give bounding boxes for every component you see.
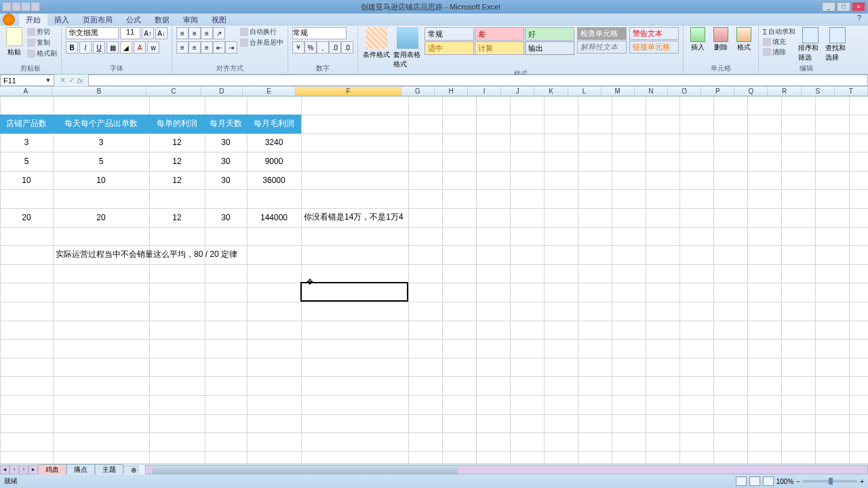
autosum-button[interactable]: Σ自动求和	[763, 27, 795, 37]
tab-insert[interactable]: 插入	[47, 14, 76, 26]
border-button[interactable]: ▦	[106, 41, 119, 54]
bold-button[interactable]: B	[66, 41, 78, 54]
col-header-R[interactable]: R	[768, 87, 801, 96]
tab-home[interactable]: 开始	[19, 14, 47, 26]
col-header-P[interactable]: P	[701, 87, 734, 96]
indent-dec-button[interactable]: ⇤	[213, 41, 225, 54]
page-layout-view-button[interactable]	[749, 476, 760, 486]
formula-input[interactable]	[88, 75, 868, 86]
number-format-select[interactable]: 常规	[292, 27, 347, 39]
comma-button[interactable]: ,	[317, 41, 329, 54]
cell[interactable]: 每单的利润	[149, 115, 205, 134]
zoom-slider[interactable]	[803, 480, 857, 483]
col-header-O[interactable]: O	[668, 87, 701, 96]
cell[interactable]: 每天每个产品出单数	[53, 115, 149, 134]
col-header-J[interactable]: J	[501, 87, 534, 96]
cut-button[interactable]: 剪切	[27, 27, 57, 37]
align-right-button[interactable]: ≡	[201, 41, 213, 54]
help-button[interactable]: ?	[850, 14, 868, 26]
new-sheet-button[interactable]: ⊕	[123, 466, 138, 474]
sheet-nav-next[interactable]: ›	[19, 465, 28, 474]
clear-button[interactable]: 清除	[763, 47, 795, 57]
cell[interactable]: 12	[149, 134, 205, 152]
spreadsheet-grid[interactable]: 店铺产品数每天每个产品出单数每单的利润每月天数每月毛利润331230324055…	[0, 96, 868, 473]
style-good[interactable]: 好	[525, 27, 574, 41]
currency-button[interactable]: ￥	[292, 41, 304, 54]
col-header-A[interactable]: A	[0, 87, 52, 96]
close-button[interactable]: ×	[852, 2, 865, 12]
inc-decimal-button[interactable]: .0	[329, 41, 341, 54]
cell[interactable]: 5	[53, 152, 149, 171]
col-header-G[interactable]: G	[401, 87, 435, 96]
style-explain[interactable]: 解释性文本	[577, 41, 627, 54]
style-link[interactable]: 链接单元格	[629, 41, 679, 54]
name-box[interactable]: F11▼	[0, 75, 54, 86]
fx-icon[interactable]: fx	[77, 77, 83, 85]
qat-redo-icon[interactable]	[31, 3, 39, 11]
sheet-nav-prev[interactable]: ‹	[9, 465, 19, 474]
col-header-I[interactable]: I	[468, 87, 501, 96]
cell[interactable]: 5	[0, 152, 53, 171]
cell[interactable]: 30	[205, 152, 247, 171]
dec-decimal-button[interactable]: .0	[341, 41, 353, 54]
underline-button[interactable]: U	[93, 41, 105, 54]
wrap-text-button[interactable]: 自动换行	[240, 27, 283, 37]
enter-icon[interactable]: ✓	[68, 76, 75, 85]
col-header-B[interactable]: B	[52, 87, 147, 96]
find-select-button[interactable]: 查找和选择	[825, 27, 850, 62]
cell[interactable]: 3240	[247, 134, 301, 152]
cell[interactable]: 20	[53, 208, 149, 227]
align-left-button[interactable]: ≡	[176, 41, 189, 54]
sheet-nav-first[interactable]: ◂	[0, 465, 9, 474]
zoom-thumb[interactable]	[829, 478, 833, 485]
align-top-button[interactable]: ≡	[176, 27, 189, 39]
sheet-tab-2[interactable]: 痛点	[66, 464, 95, 474]
col-header-M[interactable]: M	[601, 87, 635, 96]
sort-filter-button[interactable]: 排序和筛选	[798, 27, 823, 62]
cell[interactable]: 你没看错是14万，不是1万4	[301, 208, 471, 227]
qat-save-icon[interactable]	[12, 3, 20, 11]
cell[interactable]: 10	[53, 171, 149, 190]
col-header-F[interactable]: F	[296, 87, 401, 96]
cell[interactable]: 20	[0, 208, 53, 227]
column-headers[interactable]: ABCDEFGHIJKLMNOPQRST	[0, 87, 868, 96]
col-header-T[interactable]: T	[835, 87, 868, 96]
cell[interactable]: 实际运营过程当中不会销量这么平均，80 / 20 定律	[53, 245, 256, 264]
format-painter-button[interactable]: 格式刷	[27, 49, 57, 58]
cell[interactable]: 3	[53, 134, 149, 152]
sheet-tab-1[interactable]: 鸡血	[38, 464, 66, 474]
col-header-K[interactable]: K	[534, 87, 568, 96]
tab-layout[interactable]: 页面布局	[76, 14, 119, 26]
cell[interactable]: 12	[149, 208, 205, 227]
minimize-button[interactable]: _	[822, 2, 835, 12]
grow-font-button[interactable]: A↑	[142, 27, 154, 39]
col-header-N[interactable]: N	[635, 87, 668, 96]
tab-review[interactable]: 审阅	[176, 14, 205, 26]
cell[interactable]: 每月毛利润	[247, 115, 301, 134]
tab-view[interactable]: 视图	[205, 14, 233, 26]
italic-button[interactable]: I	[79, 41, 92, 54]
tab-data[interactable]: 数据	[148, 14, 176, 26]
cell[interactable]: 10	[0, 171, 53, 190]
orientation-button[interactable]: ↗	[213, 27, 225, 39]
cell[interactable]: 店铺产品数	[0, 115, 53, 134]
fill-button[interactable]: 填充	[763, 37, 795, 47]
cell[interactable]: 30	[205, 134, 247, 152]
phonetic-button[interactable]: w	[147, 41, 159, 54]
cell[interactable]: 3	[0, 134, 53, 152]
align-center-button[interactable]: ≡	[189, 41, 201, 54]
col-header-E[interactable]: E	[243, 87, 296, 96]
insert-cells-button[interactable]: 插入	[688, 27, 708, 52]
cancel-icon[interactable]: ✕	[60, 76, 66, 85]
copy-button[interactable]: 复制	[27, 38, 57, 47]
qat-undo-icon[interactable]	[22, 3, 30, 11]
col-header-L[interactable]: L	[568, 87, 601, 96]
page-break-view-button[interactable]	[763, 476, 774, 486]
maximize-button[interactable]: □	[837, 2, 850, 12]
tab-formula[interactable]: 公式	[119, 14, 148, 26]
align-middle-button[interactable]: ≡	[189, 27, 201, 39]
indent-inc-button[interactable]: ⇥	[225, 41, 237, 54]
cell[interactable]: 9000	[247, 152, 301, 171]
cell[interactable]: 30	[205, 171, 247, 190]
scrollbar-thumb[interactable]	[153, 466, 458, 474]
